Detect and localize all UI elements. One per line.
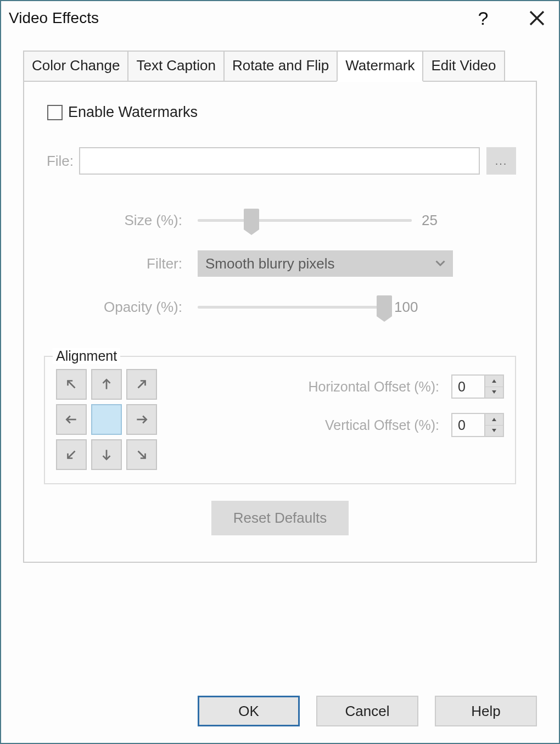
- align-middle-center[interactable]: [91, 404, 122, 435]
- align-top-right[interactable]: [126, 369, 157, 400]
- svg-marker-13: [492, 429, 496, 432]
- help-icon[interactable]: ?: [470, 5, 496, 31]
- h-offset-down[interactable]: [485, 387, 503, 398]
- help-button[interactable]: Help: [435, 696, 537, 726]
- chevron-down-icon: [435, 259, 445, 268]
- window-title: Video Effects: [9, 9, 470, 27]
- alignment-legend: Alignment: [53, 348, 120, 364]
- size-value: 25: [422, 212, 451, 229]
- chevron-down-icon: [491, 428, 497, 433]
- size-slider[interactable]: [198, 205, 412, 235]
- filter-label: Filter:: [44, 255, 198, 272]
- opacity-label: Opacity (%):: [44, 299, 198, 316]
- filter-dropdown[interactable]: Smooth blurry pixels: [198, 250, 453, 277]
- opacity-slider[interactable]: [198, 292, 384, 322]
- tab-text-caption[interactable]: Text Caption: [127, 51, 225, 82]
- align-bottom-left[interactable]: [56, 439, 87, 470]
- svg-line-4: [138, 381, 145, 388]
- v-offset-down[interactable]: [485, 426, 503, 437]
- v-offset-label: Vertical Offset (%):: [182, 417, 451, 433]
- tab-edit-video[interactable]: Edit Video: [422, 51, 505, 82]
- h-offset-up[interactable]: [485, 376, 503, 387]
- opacity-value: 100: [394, 299, 424, 316]
- h-offset-label: Horizontal Offset (%):: [182, 379, 451, 395]
- align-bottom-right[interactable]: [126, 439, 157, 470]
- v-offset-up[interactable]: [485, 414, 503, 426]
- tab-rotate-and-flip[interactable]: Rotate and Flip: [223, 51, 338, 82]
- file-input[interactable]: [79, 147, 480, 175]
- svg-line-9: [138, 451, 145, 458]
- align-top-center[interactable]: [91, 369, 122, 400]
- ok-button[interactable]: OK: [198, 696, 300, 726]
- svg-line-7: [68, 451, 75, 458]
- chevron-down-icon: [491, 390, 497, 394]
- file-label: File:: [44, 153, 79, 170]
- tab-color-change[interactable]: Color Change: [23, 51, 128, 82]
- v-offset-input[interactable]: 0: [451, 413, 485, 437]
- align-middle-left[interactable]: [56, 404, 87, 435]
- size-label: Size (%):: [44, 212, 198, 229]
- svg-line-2: [68, 381, 75, 388]
- chevron-up-icon: [491, 417, 497, 422]
- align-top-left[interactable]: [56, 369, 87, 400]
- tab-watermark[interactable]: Watermark: [337, 51, 423, 82]
- reset-defaults-button[interactable]: Reset Defaults: [211, 501, 349, 535]
- close-icon[interactable]: [524, 5, 550, 31]
- chevron-up-icon: [491, 379, 497, 383]
- h-offset-input[interactable]: 0: [451, 374, 485, 399]
- enable-watermarks-label: Enable Watermarks: [68, 104, 198, 121]
- svg-marker-12: [492, 418, 496, 421]
- svg-marker-10: [492, 379, 496, 383]
- filter-selected-value: Smooth blurry pixels: [205, 255, 335, 272]
- svg-marker-11: [492, 390, 496, 394]
- align-middle-right[interactable]: [126, 404, 157, 435]
- enable-watermarks-checkbox[interactable]: [47, 105, 63, 120]
- align-bottom-center[interactable]: [91, 439, 122, 470]
- browse-button[interactable]: ...: [486, 147, 516, 175]
- cancel-button[interactable]: Cancel: [316, 696, 418, 726]
